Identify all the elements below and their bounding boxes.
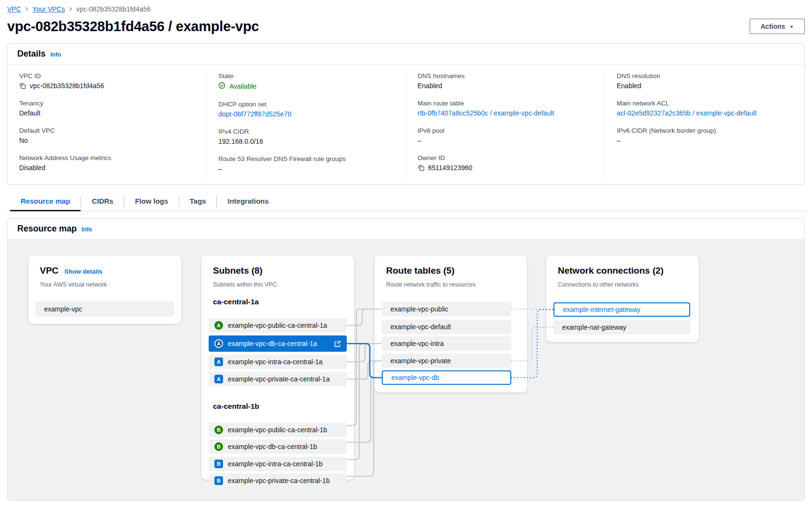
az-b-badge: B xyxy=(214,460,223,468)
field-label: IPv6 CIDR (Network border group) xyxy=(617,127,793,134)
route-table-row-highlighted[interactable]: example-vpc-db xyxy=(382,370,511,385)
field-label: Main network ACL xyxy=(617,100,793,107)
tenancy-value: Default xyxy=(19,109,195,117)
breadcrumb-link-your-vpcs[interactable]: Your VPCs xyxy=(32,5,65,13)
details-column-2: State Available DHCP option set dopt-0bf… xyxy=(207,71,406,183)
details-column-4: DNS resolution Enabled Main network ACL … xyxy=(605,71,804,183)
breadcrumb: VPC › Your VPCs › vpc-082b35328b1fd4a56 xyxy=(7,0,805,13)
vpc-details-page: VPC › Your VPCs › vpc-082b35328b1fd4a56 … xyxy=(0,0,812,501)
actions-button[interactable]: Actions ▼ xyxy=(750,19,805,34)
details-column-3: DNS hostnames Enabled Main route table r… xyxy=(406,71,605,183)
az-a-badge: A xyxy=(214,339,223,348)
ipv6-cidr-value: – xyxy=(617,137,793,144)
breadcrumb-separator-icon: › xyxy=(25,4,28,12)
az-b-badge: B xyxy=(214,442,223,451)
field-label: Network Address Usage metrics xyxy=(19,154,195,161)
ipv6-pool-value: – xyxy=(418,137,593,144)
field-label: IPv6 pool xyxy=(418,127,593,134)
field-label: Owner ID xyxy=(418,154,593,161)
network-connections-card: Network connections (2) Connections to o… xyxy=(546,255,699,342)
tab-bar: Resource map CIDRs Flow logs Tags Integr… xyxy=(7,193,805,211)
az-group-label: ca-central-1b xyxy=(213,402,259,411)
network-connections-card-subtitle: Connections to other networks xyxy=(558,281,639,288)
network-connection-row-highlighted[interactable]: example-internet-gateway xyxy=(553,302,690,317)
tab-flow-logs[interactable]: Flow logs xyxy=(124,193,178,211)
main-network-acl-link[interactable]: acl-02e5d92327a2c365b / example-vpc-defa… xyxy=(617,109,793,117)
vpc-card-title: VPC xyxy=(40,265,59,276)
route-tables-card-title: Route tables (5) xyxy=(386,265,455,276)
field-label: Route 53 Resolver DNS Firewall rule grou… xyxy=(218,155,394,162)
field-label: IPv4 CIDR xyxy=(218,128,394,135)
external-link-icon[interactable] xyxy=(334,340,341,347)
breadcrumb-current: vpc-082b35328b1fd4a56 xyxy=(76,5,151,13)
network-connection-row[interactable]: example-nat-gateway xyxy=(553,320,690,334)
dhcp-option-set-link[interactable]: dopt-0bf772ff87d525e70 xyxy=(218,110,394,118)
route-tables-card-subtitle: Route network traffic to resources xyxy=(386,281,476,288)
dns-hostnames-value: Enabled xyxy=(418,82,593,90)
resource-map-canvas: VPC Show details Your AWS virtual networ… xyxy=(8,240,804,500)
field-label: DNS resolution xyxy=(617,72,793,80)
copy-icon[interactable] xyxy=(418,164,424,171)
details-panel: Details Info VPC ID vpc-082b35328b1fd4a5… xyxy=(7,43,805,185)
vpc-card-subtitle: Your AWS virtual network xyxy=(40,281,107,288)
caret-down-icon: ▼ xyxy=(789,24,794,29)
subnet-row[interactable]: B example-vpc-public-ca-central-1b xyxy=(209,423,347,437)
nau-metrics-value: Disabled xyxy=(19,164,195,172)
tab-cidrs[interactable]: CIDRs xyxy=(81,193,124,211)
subnet-row[interactable]: A example-vpc-intra-ca-central-1a xyxy=(209,355,347,369)
field-label: DHCP option set xyxy=(218,101,394,108)
subnet-row[interactable]: B example-vpc-intra-ca-central-1b xyxy=(209,457,347,471)
subnets-card: Subnets (8) Subnets within this VPC ca-c… xyxy=(201,255,354,480)
main-route-table-link[interactable]: rtb-0fb7407a8cc525b0c / example-vpc-defa… xyxy=(418,109,593,117)
tab-resource-map[interactable]: Resource map xyxy=(10,193,81,211)
subnets-card-title: Subnets (8) xyxy=(213,265,262,276)
field-label: Tenancy xyxy=(19,100,195,107)
az-b-badge: B xyxy=(214,426,223,434)
tab-integrations[interactable]: Integrations xyxy=(217,193,279,211)
page-title: vpc-082b35328b1fd4a56 / example-vpc xyxy=(7,19,259,35)
resource-map-info-link[interactable]: Info xyxy=(82,226,92,233)
subnet-row-selected[interactable]: A example-vpc-db-ca-central-1a xyxy=(209,335,347,352)
subnet-row[interactable]: A example-vpc-private-ca-central-1a xyxy=(209,372,347,386)
breadcrumb-link-vpc[interactable]: VPC xyxy=(7,5,21,13)
az-a-badge: A xyxy=(214,357,223,366)
route53-firewall-value: – xyxy=(218,165,394,173)
dns-resolution-value: Enabled xyxy=(617,82,793,90)
field-label: VPC ID xyxy=(19,72,195,80)
default-vpc-value: No xyxy=(19,137,195,144)
details-column-1: VPC ID vpc-082b35328b1fd4a56 Tenancy Def… xyxy=(8,71,207,183)
subnet-row[interactable]: B example-vpc-private-ca-central-1b xyxy=(209,473,347,488)
route-table-row[interactable]: example-vpc-public xyxy=(382,302,511,316)
subnet-row[interactable]: B example-vpc-db-ca-central-1b xyxy=(209,439,347,454)
show-details-link[interactable]: Show details xyxy=(64,268,102,275)
subnet-row[interactable]: A example-vpc-public-ca-central-1a xyxy=(209,318,347,333)
vpc-item[interactable]: example-vpc xyxy=(35,301,174,317)
status-available-icon xyxy=(218,82,225,91)
state-value: Available xyxy=(229,82,257,90)
subnets-card-subtitle: Subnets within this VPC xyxy=(213,281,277,288)
tab-tags[interactable]: Tags xyxy=(179,193,217,211)
copy-icon[interactable] xyxy=(19,82,26,89)
route-table-row[interactable]: example-vpc-intra xyxy=(382,336,511,351)
az-group-label: ca-central-1a xyxy=(213,298,259,306)
az-b-badge: B xyxy=(214,476,223,485)
field-label: DNS hostnames xyxy=(418,72,593,80)
route-table-row[interactable]: example-vpc-private xyxy=(382,354,511,368)
az-a-badge: A xyxy=(214,321,223,330)
vpc-id-value: vpc-082b35328b1fd4a56 xyxy=(30,82,104,90)
vpc-card: VPC Show details Your AWS virtual networ… xyxy=(28,255,181,324)
owner-id-value: 651149123960 xyxy=(428,164,472,172)
resource-map-panel: Resource map Info VPC Show details Your … xyxy=(7,218,805,501)
details-info-link[interactable]: Info xyxy=(50,51,61,58)
route-table-row[interactable]: example-vpc-default xyxy=(382,320,511,334)
az-a-badge: A xyxy=(214,375,223,383)
route-tables-card: Route tables (5) Route network traffic t… xyxy=(375,255,527,392)
field-label: State xyxy=(218,72,394,80)
ipv4-cidr-value: 192.168.0.0/16 xyxy=(218,138,394,145)
details-heading: Details xyxy=(17,49,46,59)
network-connections-card-title: Network connections (2) xyxy=(558,265,664,276)
field-label: Default VPC xyxy=(19,127,195,134)
breadcrumb-separator-icon: › xyxy=(69,4,72,12)
resource-map-heading: Resource map xyxy=(17,224,77,234)
field-label: Main route table xyxy=(418,100,593,107)
